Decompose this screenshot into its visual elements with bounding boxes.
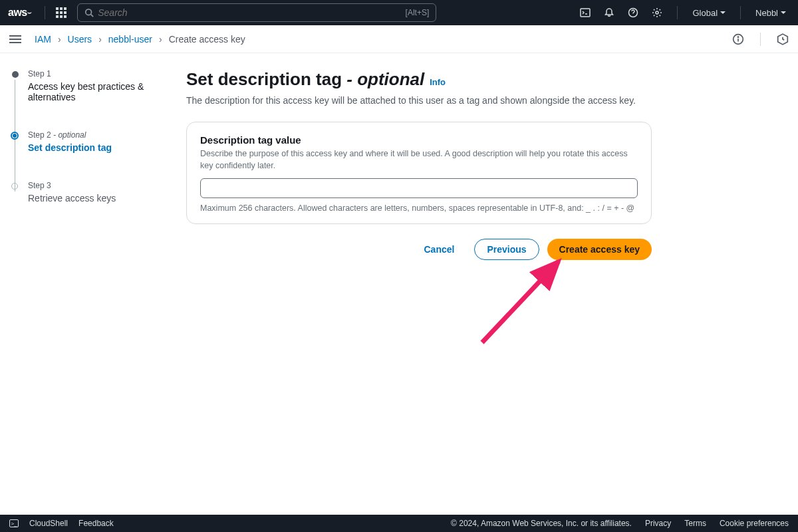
annotation-arrow-icon [475, 249, 575, 349]
feedback-link[interactable]: Feedback [78, 519, 114, 528]
description-tag-input[interactable] [200, 178, 638, 198]
privacy-link[interactable]: Privacy [645, 519, 671, 528]
wizard-actions: Cancel Previous Create access key [186, 239, 652, 260]
step-1-title: Access key best practices & alternatives [28, 81, 186, 102]
wizard-steps: Step 1 Access key best practices & alter… [0, 69, 186, 260]
field-label: Description tag value [200, 134, 638, 146]
step-2-title: Set description tag [28, 142, 186, 153]
wizard-content: Set description tag - optional Info The … [186, 69, 652, 260]
page-heading-row: Set description tag - optional Info [186, 69, 652, 90]
global-search[interactable]: [Alt+S] [77, 3, 436, 22]
step-3: Step 3 Retrieve access keys [9, 181, 186, 203]
terms-link[interactable]: Terms [684, 519, 706, 528]
page-subtitle: The description for this access key will… [186, 95, 652, 106]
main-content: Step 1 Access key best practices & alter… [0, 53, 798, 260]
notifications-icon[interactable] [598, 3, 620, 22]
search-icon [84, 8, 94, 17]
breadcrumb-iam[interactable]: IAM [35, 34, 51, 45]
cancel-button[interactable]: Cancel [412, 239, 467, 260]
copyright-text: © 2024, Amazon Web Services, Inc. or its… [451, 519, 632, 528]
settings-icon[interactable] [646, 3, 668, 22]
footer: >_ CloudShell Feedback © 2024, Amazon We… [0, 515, 798, 532]
caret-down-icon [781, 11, 786, 14]
caret-down-icon [720, 11, 726, 14]
breadcrumb-bar: IAM › Users › nebbl-user › Create access… [0, 25, 798, 53]
chevron-right-icon: › [159, 34, 162, 45]
divider [45, 6, 45, 19]
chevron-right-icon: › [98, 34, 102, 45]
breadcrumb-current: Create access key [169, 34, 245, 45]
services-grid-icon[interactable] [56, 7, 66, 18]
divider [760, 33, 761, 46]
description-tag-panel: Description tag value Describe the purpo… [186, 122, 652, 224]
cloudshell-icon[interactable] [575, 3, 596, 22]
divider [740, 6, 741, 19]
top-navbar: aws⌣ [Alt+S] Global Nebbl [0, 0, 798, 25]
field-help: Describe the purpose of this access key … [200, 148, 638, 172]
svg-rect-2 [581, 9, 590, 17]
svg-line-1 [91, 15, 94, 17]
info-circle-icon[interactable] [732, 33, 744, 45]
svg-line-10 [482, 261, 559, 342]
step-2-label: Step 2 - optional [28, 130, 186, 140]
account-menu[interactable]: Nebbl [750, 8, 791, 18]
previous-button[interactable]: Previous [474, 239, 539, 260]
step-1[interactable]: Step 1 Access key best practices & alter… [9, 69, 186, 126]
step-dot-active-icon [11, 132, 19, 140]
field-hint: Maximum 256 characters. Allowed characte… [200, 203, 638, 213]
cloudshell-link[interactable]: CloudShell [29, 519, 68, 528]
search-input[interactable] [98, 7, 405, 18]
svg-point-7 [737, 37, 738, 37]
step-3-title: Retrieve access keys [28, 193, 186, 203]
step-3-label: Step 3 [28, 181, 186, 190]
create-access-key-button[interactable]: Create access key [547, 239, 652, 260]
page-title: Set description tag - optional [186, 69, 424, 89]
aws-logo[interactable]: aws⌣ [8, 7, 31, 19]
breadcrumb-user[interactable]: nebbl-user [108, 34, 152, 45]
clock-reset-icon[interactable] [777, 33, 789, 45]
breadcrumb: IAM › Users › nebbl-user › Create access… [35, 34, 245, 45]
breadcrumb-users[interactable]: Users [68, 34, 92, 45]
region-selector[interactable]: Global [687, 8, 731, 18]
divider [677, 6, 678, 19]
svg-point-4 [656, 11, 658, 14]
aws-smile-icon: ⌣ [27, 9, 32, 17]
step-dot-done-icon [12, 71, 19, 78]
menu-toggle-icon[interactable] [9, 33, 21, 45]
step-dot-pending-icon [11, 183, 18, 190]
svg-point-0 [86, 9, 92, 15]
search-shortcut-hint: [Alt+S] [406, 8, 430, 17]
cloudshell-footer-icon[interactable]: >_ [9, 519, 19, 527]
info-link[interactable]: Info [430, 77, 446, 87]
cookie-preferences-link[interactable]: Cookie preferences [720, 519, 789, 528]
chevron-right-icon: › [58, 34, 61, 45]
help-icon[interactable] [622, 3, 644, 22]
step-1-label: Step 1 [28, 69, 186, 78]
step-2[interactable]: Step 2 - optional Set description tag [9, 130, 186, 177]
